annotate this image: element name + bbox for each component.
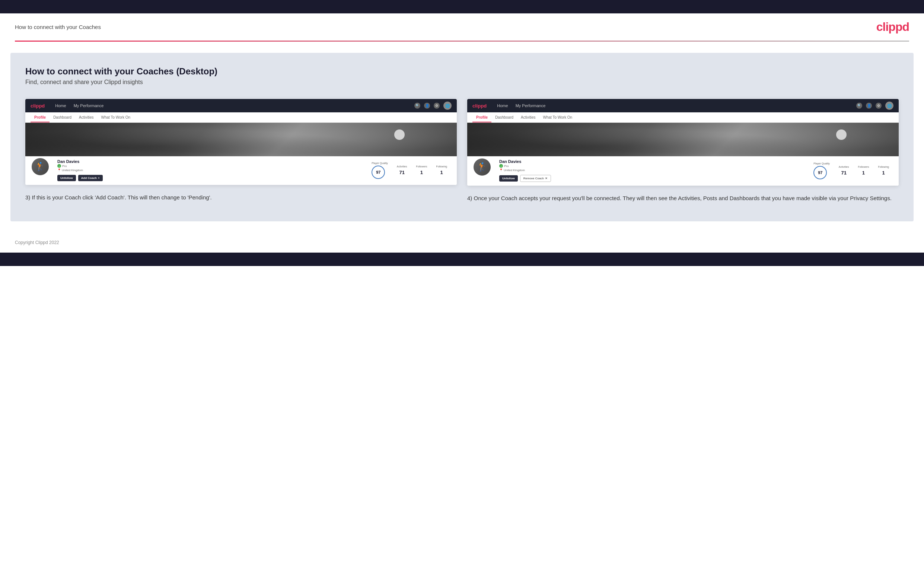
remove-coach-x-icon: ✕	[545, 177, 548, 180]
quality-circle-2: 97	[813, 166, 827, 179]
search-icon-2: 🔍	[856, 103, 862, 109]
stat-activities-1: Activities 71	[393, 165, 412, 176]
pro-label-2: Pro	[504, 164, 509, 168]
quality-value-2: 97	[818, 170, 822, 175]
person-icon-1: 👤	[424, 103, 430, 109]
screenshot-col-1: clippd Home My Performance 🔍 👤 ⚙ 🌐 Profi…	[25, 99, 457, 203]
settings-icon-2: ⚙	[876, 103, 882, 109]
mockup-2-hero	[467, 123, 899, 156]
mockup-1-tabs: Profile Dashboard Activities What To Wor…	[25, 112, 457, 123]
hero-overlay-2	[467, 123, 899, 156]
moon-2	[836, 129, 846, 140]
mockup-2-nav-performance: My Performance	[515, 103, 546, 108]
mockup-1-buttons: Unfollow Add Coach +	[57, 175, 360, 181]
mockup-1-nav: clippd Home My Performance 🔍 👤 ⚙ 🌐	[25, 99, 457, 112]
avatar-figure-2: 🏌️	[477, 162, 487, 172]
mockup-2-tabs: Profile Dashboard Activities What To Wor…	[467, 112, 899, 123]
main-content: How to connect with your Coaches (Deskto…	[10, 53, 914, 221]
profile-info-1: Dan Davies ✓ Pro 📍 United Kingdom Unfoll…	[57, 159, 360, 181]
tab-activities-1[interactable]: Activities	[75, 112, 97, 122]
mockup-2-logo: clippd	[472, 103, 486, 109]
remove-coach-label: Remove Coach	[523, 177, 544, 180]
pro-badge-2: ✓ Pro	[499, 164, 801, 168]
add-coach-label: Add Coach	[81, 176, 97, 180]
header-divider	[15, 40, 909, 42]
activities-label-2: Activities	[839, 166, 849, 168]
top-bar	[0, 0, 924, 13]
mockup-2-nav-icons: 🔍 👤 ⚙ 🌐	[856, 102, 893, 110]
header: How to connect with your Coaches clippd	[0, 13, 924, 40]
step3-description: 3) If this is your Coach click 'Add Coac…	[25, 193, 457, 202]
logo: clippd	[876, 20, 909, 34]
player-quality-label-2: Player Quality	[813, 162, 830, 165]
mockup-1-profile: 🏌️ Dan Davies ✓ Pro 📍 United Kingdom	[25, 156, 457, 185]
mockup-1: clippd Home My Performance 🔍 👤 ⚙ 🌐 Profi…	[25, 99, 457, 185]
mockup-1-nav-performance: My Performance	[74, 103, 104, 108]
mockup-1-nav-home: Home	[55, 103, 66, 108]
followers-label-2: Followers	[858, 166, 869, 168]
activities-value-1: 71	[399, 170, 404, 175]
player-quality-label-1: Player Quality	[372, 162, 388, 164]
step4-description: 4) Once your Coach accepts your request …	[467, 194, 899, 203]
location-1: 📍 United Kingdom	[57, 169, 360, 172]
mockup-1-nav-icons: 🔍 👤 ⚙ 🌐	[414, 102, 452, 110]
tab-dashboard-2[interactable]: Dashboard	[491, 112, 517, 122]
page-heading: How to connect with your Coaches (Deskto…	[25, 66, 899, 77]
stat-player-quality-1: Player Quality 97	[367, 162, 393, 179]
copyright: Copyright Clippd 2022	[15, 240, 59, 245]
tab-profile-1[interactable]: Profile	[31, 112, 50, 122]
mockup-1-hero	[25, 123, 457, 156]
avatar-2: 🏌️	[472, 157, 492, 177]
activities-label-1: Activities	[397, 165, 407, 168]
activities-value-2: 71	[841, 170, 846, 176]
pro-label-1: Pro	[62, 164, 67, 168]
tab-what-to-work-on-2[interactable]: What To Work On	[540, 112, 576, 122]
add-coach-button[interactable]: Add Coach +	[78, 175, 103, 181]
location-pin-icon-2: 📍	[499, 169, 503, 172]
hero-overlay-1	[25, 123, 457, 156]
tab-profile-2[interactable]: Profile	[472, 112, 491, 122]
location-text-1: United Kingdom	[62, 169, 83, 172]
moon-1	[394, 129, 405, 140]
following-label-1: Following	[436, 165, 447, 168]
person-icon-2: 👤	[866, 103, 872, 109]
stat-following-1: Following 1	[431, 165, 452, 176]
tab-activities-2[interactable]: Activities	[517, 112, 539, 122]
quality-circle-1: 97	[372, 166, 385, 179]
following-label-2: Following	[878, 166, 889, 168]
profile-name-2: Dan Davies	[499, 159, 801, 164]
mockup-2: clippd Home My Performance 🔍 👤 ⚙ 🌐 Profi…	[467, 99, 899, 185]
stat-activities-2: Activities 71	[834, 166, 854, 176]
add-coach-plus-icon: +	[98, 176, 100, 180]
profile-name-1: Dan Davies	[57, 159, 360, 164]
pro-check-icon-1: ✓	[57, 164, 61, 168]
globe-icon-2: 🌐	[885, 102, 893, 110]
mockup-2-nav: clippd Home My Performance 🔍 👤 ⚙ 🌐	[467, 99, 899, 112]
location-pin-icon-1: 📍	[57, 169, 61, 172]
stat-followers-1: Followers 1	[411, 165, 431, 176]
location-2: 📍 United Kingdom	[499, 169, 801, 172]
screenshots-row: clippd Home My Performance 🔍 👤 ⚙ 🌐 Profi…	[25, 99, 899, 203]
followers-value-2: 1	[862, 170, 865, 176]
pro-check-icon-2: ✓	[499, 164, 503, 168]
stat-followers-2: Followers 1	[853, 166, 873, 176]
page-subheading: Find, connect and share your Clippd insi…	[25, 79, 899, 85]
unfollow-button-1[interactable]: Unfollow	[57, 175, 76, 181]
globe-icon-1: 🌐	[443, 102, 452, 110]
mockup-1-logo: clippd	[31, 103, 45, 109]
screenshot-col-2: clippd Home My Performance 🔍 👤 ⚙ 🌐 Profi…	[467, 99, 899, 203]
location-text-2: United Kingdom	[504, 169, 525, 172]
following-value-2: 1	[882, 170, 885, 176]
stat-player-quality-2: Player Quality 97	[809, 162, 834, 179]
avatar-1: 🏌️	[31, 157, 50, 176]
tab-what-to-work-on-1[interactable]: What To Work On	[97, 112, 134, 122]
mockup-2-nav-home: Home	[497, 103, 508, 108]
bottom-bar	[0, 253, 924, 266]
unfollow-button-2[interactable]: Unfollow	[499, 175, 518, 182]
search-icon-1: 🔍	[414, 103, 420, 109]
stat-following-2: Following 1	[873, 166, 893, 176]
pro-badge-1: ✓ Pro	[57, 164, 360, 168]
remove-coach-button[interactable]: Remove Coach ✕	[520, 175, 551, 182]
tab-dashboard-1[interactable]: Dashboard	[50, 112, 75, 122]
mockup-2-buttons: Unfollow Remove Coach ✕	[499, 175, 801, 182]
